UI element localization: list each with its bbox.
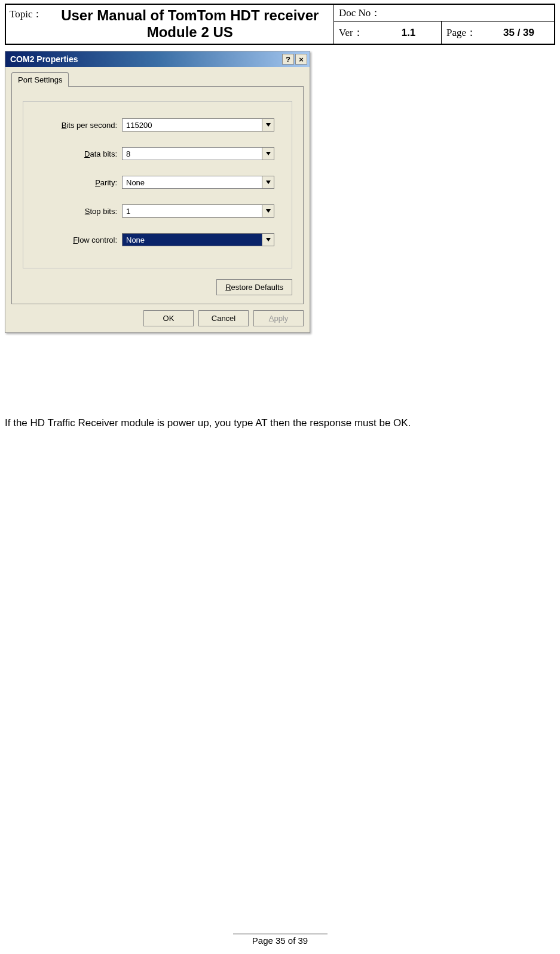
label-stop-bits: Stop bits:	[35, 207, 122, 216]
chevron-down-icon[interactable]	[262, 176, 274, 189]
combo-value-stop-bits: 1	[122, 204, 262, 218]
header-right: Doc No： Ver： 1.1 Page： 35 / 39	[334, 5, 554, 44]
close-icon: ×	[299, 55, 304, 64]
tab-port-settings[interactable]: Port Settings	[11, 72, 69, 87]
close-button[interactable]: ×	[295, 54, 307, 65]
svg-marker-4	[266, 238, 271, 241]
combo-flow-control[interactable]: None	[122, 233, 274, 246]
com-properties-dialog: COM2 Properties ? × Port Settings Bits p…	[5, 51, 310, 333]
label-data-bits: Data bits:	[35, 149, 122, 158]
page-cell: Page： 35 / 39	[442, 22, 554, 44]
apply-button[interactable]: Apply	[253, 310, 304, 326]
footer-text: Page 35 of 39	[0, 935, 560, 946]
svg-marker-1	[266, 152, 271, 155]
help-button[interactable]: ?	[282, 54, 294, 65]
row-bits-per-second: Bits per second: 115200	[35, 118, 280, 132]
ver-value: 1.1	[376, 27, 441, 39]
dialog-body: Port Settings Bits per second: 115200 Da…	[5, 67, 310, 332]
dialog-titlebar[interactable]: COM2 Properties ? ×	[5, 51, 310, 67]
restore-defaults-button[interactable]: Restore Defaults	[216, 279, 292, 295]
ver-cell: Ver： 1.1	[334, 22, 442, 44]
form-area: Bits per second: 115200 Data bits: 8 Par…	[23, 101, 292, 268]
titlebar-buttons: ? ×	[282, 54, 307, 65]
svg-marker-0	[266, 123, 271, 127]
ver-label: Ver：	[334, 26, 376, 39]
row-stop-bits: Stop bits: 1	[35, 204, 280, 218]
row-parity: Parity: None	[35, 176, 280, 189]
chevron-down-icon[interactable]	[262, 147, 274, 160]
combo-value-parity: None	[122, 176, 262, 189]
row-data-bits: Data bits: 8	[35, 147, 280, 160]
document-header: Topic： User Manual of TomTom HDT receive…	[5, 4, 555, 45]
combo-data-bits[interactable]: 8	[122, 147, 274, 160]
combo-value-bits-per-second: 115200	[122, 118, 262, 132]
footer-rule	[233, 934, 328, 934]
help-icon: ?	[286, 55, 290, 64]
combo-value-flow-control: None	[122, 233, 262, 246]
label-parity: Parity:	[35, 178, 122, 187]
combo-stop-bits[interactable]: 1	[122, 204, 274, 218]
page-value: 35 / 39	[484, 27, 554, 39]
document-title: User Manual of TomTom HDT receiver Modul…	[46, 5, 333, 44]
row-flow-control: Flow control: None	[35, 233, 280, 246]
dialog-bottom-buttons: OK Cancel Apply	[11, 310, 304, 326]
docno-label: Doc No：	[334, 6, 385, 20]
chevron-down-icon[interactable]	[262, 233, 274, 246]
cancel-button[interactable]: Cancel	[198, 310, 249, 326]
page-footer: Page 35 of 39	[0, 934, 560, 946]
combo-parity[interactable]: None	[122, 176, 274, 189]
docno-row: Doc No：	[334, 5, 554, 22]
svg-marker-3	[266, 209, 271, 213]
topic-label: Topic：	[6, 5, 46, 44]
label-bits-per-second: Bits per second:	[35, 121, 122, 130]
ok-button[interactable]: OK	[143, 310, 194, 326]
header-bottom: Ver： 1.1 Page： 35 / 39	[334, 22, 554, 44]
tab-panel: Bits per second: 115200 Data bits: 8 Par…	[11, 86, 304, 304]
body-paragraph: If the HD Traffic Receiver module is pow…	[5, 417, 411, 429]
page-label: Page：	[442, 26, 484, 39]
combo-value-data-bits: 8	[122, 147, 262, 160]
svg-marker-2	[266, 181, 271, 184]
combo-bits-per-second[interactable]: 115200	[122, 118, 274, 132]
header-left: Topic： User Manual of TomTom HDT receive…	[6, 5, 334, 44]
restore-row: Restore Defaults	[23, 279, 292, 295]
label-flow-control: Flow control:	[35, 236, 122, 244]
dialog-title: COM2 Properties	[10, 54, 282, 64]
chevron-down-icon[interactable]	[262, 204, 274, 218]
chevron-down-icon[interactable]	[262, 118, 274, 132]
tabstrip: Port Settings	[11, 72, 304, 86]
